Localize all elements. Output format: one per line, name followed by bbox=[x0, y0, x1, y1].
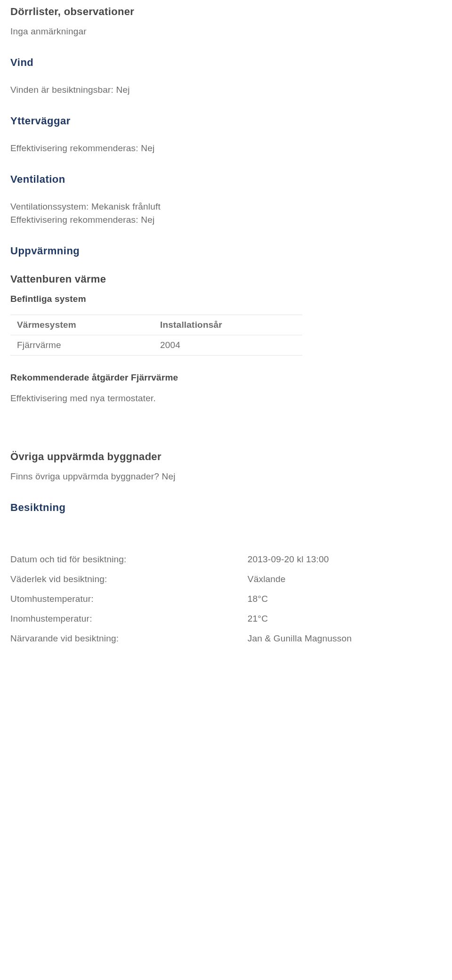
label-datum: Datum och tid för besiktning: bbox=[10, 550, 248, 569]
value-utomhustemperatur: 18°C bbox=[248, 589, 442, 609]
heading-vind: Vind bbox=[10, 57, 442, 69]
label-vaderlek: Väderlek vid besiktning: bbox=[10, 569, 248, 589]
besiktning-details-table: Datum och tid för besiktning: 2013-09-20… bbox=[10, 550, 442, 648]
text-ovriga-byggnader: Finns övriga uppvärmda byggnader? Nej bbox=[10, 471, 442, 482]
label-narvarande: Närvarande vid besiktning: bbox=[10, 629, 248, 648]
value-datum: 2013-09-20 kl 13:00 bbox=[248, 550, 442, 569]
table-header-row: Värmesystem Installationsår bbox=[10, 315, 302, 335]
heading-besiktning: Besiktning bbox=[10, 502, 442, 514]
heading-ovriga-byggnader: Övriga uppvärmda byggnader bbox=[10, 451, 442, 463]
table-header-varmesystem: Värmesystem bbox=[10, 315, 153, 335]
value-vaderlek: Växlande bbox=[248, 569, 442, 589]
row-datum: Datum och tid för besiktning: 2013-09-20… bbox=[10, 550, 442, 569]
table-row: Fjärrvärme 2004 bbox=[10, 335, 302, 356]
row-inomhustemperatur: Inomhustemperatur: 21°C bbox=[10, 609, 442, 629]
text-ventilation-line1: Ventilationssystem: Mekanisk frånluft bbox=[10, 202, 442, 212]
heading-yttervaggar: Ytterväggar bbox=[10, 115, 442, 127]
value-inomhustemperatur: 21°C bbox=[248, 609, 442, 629]
table-cell-installationsar: 2004 bbox=[153, 335, 302, 356]
table-cell-varmesystem: Fjärrvärme bbox=[10, 335, 153, 356]
document-page: Dörrlister, observationer Inga anmärknin… bbox=[0, 0, 452, 667]
befintliga-system-table: Värmesystem Installationsår Fjärrvärme 2… bbox=[10, 315, 302, 356]
heading-dorrlister: Dörrlister, observationer bbox=[10, 6, 442, 18]
table-header-installationsar: Installationsår bbox=[153, 315, 302, 335]
label-utomhustemperatur: Utomhustemperatur: bbox=[10, 589, 248, 609]
text-vind: Vinden är besiktningsbar: Nej bbox=[10, 85, 442, 95]
text-rekommenderade: Effektivisering med nya termostater. bbox=[10, 393, 442, 404]
subheading-befintliga-system: Befintliga system bbox=[10, 294, 442, 304]
spacer bbox=[10, 423, 442, 451]
subheading-vattenburen: Vattenburen värme bbox=[10, 273, 442, 285]
row-vaderlek: Väderlek vid besiktning: Växlande bbox=[10, 569, 442, 589]
row-narvarande: Närvarande vid besiktning: Jan & Gunilla… bbox=[10, 629, 442, 648]
text-ventilation-line2: Effektivisering rekommenderas: Nej bbox=[10, 215, 442, 225]
heading-uppvarmning: Uppvärmning bbox=[10, 245, 442, 257]
subheading-rekommenderade: Rekommenderade åtgärder Fjärrvärme bbox=[10, 373, 442, 383]
heading-ventilation: Ventilation bbox=[10, 173, 442, 186]
value-narvarande: Jan & Gunilla Magnusson bbox=[248, 629, 442, 648]
text-dorrlister: Inga anmärkningar bbox=[10, 26, 442, 37]
label-inomhustemperatur: Inomhustemperatur: bbox=[10, 609, 248, 629]
row-utomhustemperatur: Utomhustemperatur: 18°C bbox=[10, 589, 442, 609]
spacer bbox=[10, 530, 442, 547]
text-yttervaggar: Effektivisering rekommenderas: Nej bbox=[10, 143, 442, 154]
